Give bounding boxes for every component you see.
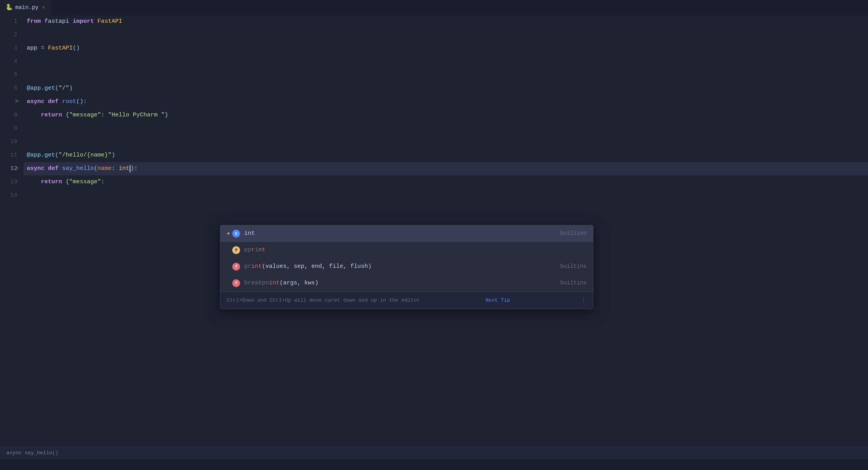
typed-int: int bbox=[119, 164, 129, 174]
line-num-6: 6 bbox=[0, 82, 17, 95]
code-line-5 bbox=[24, 68, 868, 82]
footer-menu-icon[interactable]: ⋮ bbox=[580, 295, 587, 306]
keyword-import: import bbox=[73, 17, 94, 27]
line-num-7: 7 bbox=[0, 95, 17, 109]
code-line-14 bbox=[24, 189, 868, 202]
line-num-4: 4 bbox=[0, 55, 17, 68]
line-num-5: 5 bbox=[0, 68, 17, 82]
breadcrumb-text: async say_hello() bbox=[6, 450, 59, 456]
autocomplete-source-breakpoint: builtins bbox=[560, 278, 587, 288]
type-icon-pprint: F bbox=[232, 246, 240, 254]
autocomplete-item-int[interactable]: ★ C int builtins bbox=[220, 225, 593, 242]
autocomplete-source-print: builtins bbox=[560, 262, 587, 271]
autocomplete-footer: Ctrl+Down and Ctrl+Up will move caret do… bbox=[220, 291, 593, 309]
line-num-12: 12 bbox=[0, 162, 17, 175]
code-line-9 bbox=[24, 122, 868, 135]
autocomplete-item-print[interactable]: ★ f print(values, sep, end, file, flush)… bbox=[220, 258, 593, 275]
tab-bar: 🐍 main.py ✕ bbox=[0, 0, 868, 15]
file-tab[interactable]: 🐍 main.py ✕ bbox=[0, 0, 52, 15]
code-line-8: – return { "message" : "Hello PyCharm " … bbox=[24, 109, 868, 122]
code-line-12[interactable]: ▼ async def say_hello ( name : int ): bbox=[24, 162, 868, 175]
autocomplete-name-int: int bbox=[244, 229, 560, 239]
autocomplete-name-print: print(values, sep, end, file, flush) bbox=[244, 262, 560, 272]
breadcrumb-bar: async say_hello() bbox=[0, 446, 868, 459]
line-numbers: 1 2 3 4 5 6 7 8 9 10 11 12 13 14 bbox=[0, 15, 24, 470]
code-line-4 bbox=[24, 55, 868, 68]
code-area[interactable]: from fastapi import FastAPI app = FastAP… bbox=[24, 15, 868, 470]
type-icon-breakpoint: f bbox=[232, 279, 240, 287]
line-num-13: 13 bbox=[0, 175, 17, 189]
keyword-from: from bbox=[27, 17, 41, 27]
line-num-2: 2 bbox=[0, 28, 17, 42]
code-line-6: @app.get ( "/" ) bbox=[24, 82, 868, 95]
type-icon-int: C bbox=[232, 230, 240, 238]
code-line-11: @app.get ( "/hello/{name}" ) bbox=[24, 149, 868, 162]
editor-container: 1 2 3 4 5 6 7 8 9 10 11 12 13 14 from fa… bbox=[0, 15, 868, 470]
line-num-9: 9 bbox=[0, 122, 17, 135]
autocomplete-source-int: builtins bbox=[560, 229, 587, 238]
tab-close-button[interactable]: ✕ bbox=[41, 5, 46, 10]
line-num-1: 1 bbox=[0, 15, 17, 28]
autocomplete-name-pprint: pprint bbox=[244, 245, 587, 255]
favorite-star-icon: ★ bbox=[227, 229, 230, 238]
code-line-7: ▼ async def root (): bbox=[24, 95, 868, 109]
code-line-13: – return { "message" : bbox=[24, 175, 868, 189]
code-line-10 bbox=[24, 135, 868, 149]
line-num-3: 3 bbox=[0, 42, 17, 55]
file-tab-icon: 🐍 bbox=[6, 4, 13, 11]
code-line-2 bbox=[24, 28, 868, 42]
footer-tip-text: Ctrl+Down and Ctrl+Up will move caret do… bbox=[227, 296, 420, 305]
type-icon-print: f bbox=[232, 263, 240, 271]
line-num-11: 11 bbox=[0, 149, 17, 162]
code-line-1: from fastapi import FastAPI bbox=[24, 15, 868, 28]
status-bar bbox=[0, 459, 868, 470]
autocomplete-item-breakpoint[interactable]: ★ f breakpoint(args, kws) builtins bbox=[220, 275, 593, 291]
autocomplete-item-pprint[interactable]: ★ F pprint bbox=[220, 242, 593, 258]
line-num-10: 10 bbox=[0, 135, 17, 149]
autocomplete-name-breakpoint: breakpoint(args, kws) bbox=[244, 278, 560, 288]
next-tip-button[interactable]: Next Tip bbox=[486, 296, 510, 305]
file-tab-name: main.py bbox=[15, 4, 39, 11]
code-line-3: app = FastAPI () bbox=[24, 42, 868, 55]
line-num-8: 8 bbox=[0, 109, 17, 122]
line-num-14: 14 bbox=[0, 189, 17, 202]
autocomplete-dropdown[interactable]: ★ C int builtins ★ F pprint ★ f bbox=[220, 225, 593, 309]
